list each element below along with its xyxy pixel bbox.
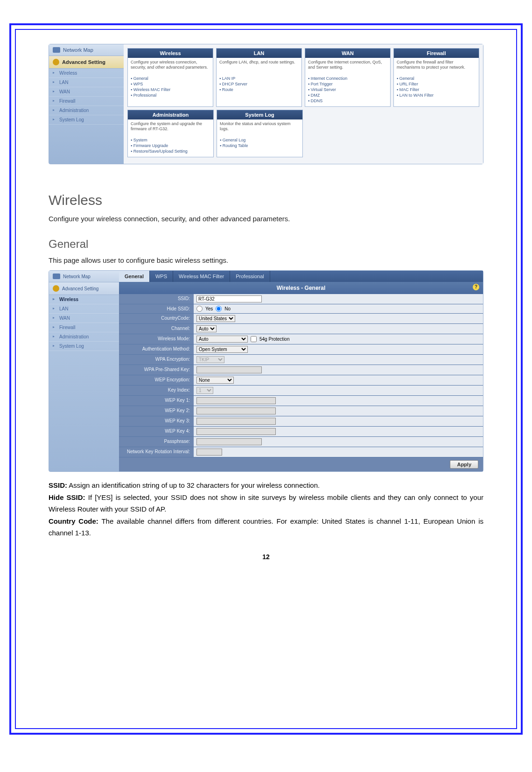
channel-label: Channel:: [119, 324, 194, 334]
wep-key-1-input: [196, 397, 276, 404]
sidebar-item-wan[interactable]: WAN: [49, 314, 119, 323]
tab-professional[interactable]: Professional: [230, 271, 270, 282]
rotation-interval-input: [196, 449, 222, 456]
general-heading: General: [49, 238, 483, 251]
hide-ssid-label: Hide SSID:: [119, 304, 194, 313]
category-grid: WirelessConfigure your wireless connecti…: [124, 44, 483, 164]
category-link[interactable]: General: [131, 76, 210, 81]
sidebar-advanced-setting[interactable]: Advanced Setting: [49, 56, 124, 69]
auth-method-select[interactable]: Open System: [196, 346, 248, 353]
ssid-desc-text: Assign an identification string of up to…: [67, 481, 320, 489]
country-code-select[interactable]: United States: [196, 315, 235, 322]
category-link[interactable]: Wireless MAC Filter: [131, 87, 210, 92]
category-link[interactable]: Restore/Save/Upload Setting: [131, 148, 210, 154]
category-description: Configure your wireless connection, secu…: [128, 58, 213, 75]
sidebar-item-lan[interactable]: LAN: [49, 304, 119, 314]
category-link[interactable]: Routing Table: [220, 143, 300, 148]
sidebar: Network Map Advanced Setting Wireless LA…: [49, 271, 119, 471]
hide-ssid-no-radio[interactable]: [216, 306, 222, 312]
wireless-description: Configure your wireless connection, secu…: [49, 214, 483, 225]
category-link[interactable]: General: [397, 76, 476, 81]
wep-key-2-label: WEP Key 2:: [119, 406, 194, 416]
key-index-select: 1: [196, 387, 213, 394]
passphrase-label: Passphrase:: [119, 437, 194, 447]
sidebar-item-lan[interactable]: LAN: [49, 78, 124, 87]
page-number: 12: [49, 553, 483, 561]
category-title: WAN: [305, 49, 390, 58]
wpa-encryption-label: WPA Encryption:: [119, 355, 194, 365]
category-card: System LogMonitor the status and various…: [217, 110, 303, 157]
category-link[interactable]: Route: [219, 87, 299, 92]
sidebar-advanced-setting[interactable]: Advanced Setting: [49, 282, 119, 295]
general-description: This page allows user to configure basic…: [49, 255, 483, 266]
sidebar-label: Network Map: [63, 47, 93, 53]
wireless-mode-select[interactable]: Auto: [196, 336, 248, 343]
category-link[interactable]: Internet Connection: [308, 76, 387, 81]
network-map-icon: [53, 47, 60, 53]
wep-key-3-input: [196, 418, 276, 425]
tab-wps[interactable]: WPS: [150, 271, 173, 282]
sidebar-network-map[interactable]: Network Map: [49, 44, 124, 56]
category-link[interactable]: System: [131, 137, 210, 143]
sidebar-item-system-log[interactable]: System Log: [49, 342, 119, 351]
category-description: Configure the Internet connection, QoS, …: [305, 58, 390, 75]
category-link[interactable]: DHCP Server: [219, 81, 299, 87]
category-link[interactable]: LAN IP: [219, 76, 299, 81]
category-link[interactable]: LAN to WAN Filter: [397, 92, 476, 98]
category-title: LAN: [217, 49, 301, 58]
54g-protection-label: 54g Protection: [259, 337, 290, 342]
apply-button[interactable]: Apply: [450, 460, 478, 469]
category-link[interactable]: URL Filter: [397, 81, 476, 87]
tab-general[interactable]: General: [119, 271, 150, 282]
sidebar-item-wan[interactable]: WAN: [49, 87, 124, 97]
category-link[interactable]: WPS: [131, 81, 210, 87]
hide-ssid-desc-text: If [YES] is selected, your SSID does not…: [49, 493, 483, 513]
wireless-general-screenshot: Network Map Advanced Setting Wireless LA…: [49, 270, 483, 472]
sidebar-item-wireless[interactable]: Wireless: [49, 69, 124, 78]
category-link[interactable]: Professional: [131, 92, 210, 98]
wep-key-2-input: [196, 407, 276, 414]
wep-encryption-select[interactable]: None: [196, 377, 234, 384]
ssid-desc-label: SSID:: [49, 481, 67, 489]
ssid-input[interactable]: [196, 295, 262, 302]
sidebar-item-wireless[interactable]: Wireless: [49, 295, 119, 304]
advanced-setting-overview-screenshot: Network Map Advanced Setting Wireless LA…: [49, 44, 483, 164]
key-index-label: Key Index:: [119, 386, 194, 395]
network-map-icon: [53, 274, 60, 279]
panel-title: Wireless - General ?: [119, 282, 483, 294]
wpa-encryption-select: TKIP: [196, 356, 224, 363]
category-link[interactable]: DMZ: [308, 92, 387, 98]
wep-key-3-label: WEP Key 3:: [119, 416, 194, 426]
sidebar-item-administration[interactable]: Administration: [49, 106, 124, 115]
category-links: GeneralWPSWireless MAC FilterProfessiona…: [128, 75, 213, 101]
help-icon[interactable]: ?: [473, 284, 479, 290]
category-link[interactable]: Port Trigger: [308, 81, 387, 87]
hide-ssid-yes-radio[interactable]: [196, 306, 203, 312]
wireless-heading: Wireless: [49, 192, 483, 208]
sidebar-item-system-log[interactable]: System Log: [49, 115, 124, 125]
country-code-label: CountryCode:: [119, 314, 194, 323]
category-title: Firewall: [394, 49, 479, 58]
category-link[interactable]: Virtual Server: [308, 87, 387, 92]
54g-protection-checkbox[interactable]: [251, 336, 257, 342]
wep-key-4-input: [196, 428, 276, 435]
rotation-interval-label: Network Key Rotation Interval:: [119, 447, 194, 457]
sidebar-item-firewall[interactable]: Firewall: [49, 323, 119, 332]
category-link[interactable]: Firmware Upgrade: [131, 143, 210, 148]
category-description: Monitor the status and various system lo…: [217, 119, 302, 136]
sidebar-item-firewall[interactable]: Firewall: [49, 97, 124, 106]
tab-wireless-mac-filter[interactable]: Wireless MAC Filter: [173, 271, 230, 282]
category-link[interactable]: DDNS: [308, 98, 387, 104]
category-link[interactable]: General Log: [220, 137, 300, 143]
category-description: Configure the firewall and filter mechan…: [394, 58, 479, 75]
sidebar-network-map[interactable]: Network Map: [49, 271, 119, 282]
category-links: Internet ConnectionPort TriggerVirtual S…: [305, 75, 390, 106]
category-card: LANConfigure LAN, dhcp, and route settin…: [216, 48, 302, 107]
category-link[interactable]: MAC Filter: [397, 87, 476, 92]
hide-ssid-radio-group: Yes No: [196, 306, 231, 312]
sidebar-item-administration[interactable]: Administration: [49, 332, 119, 342]
channel-select[interactable]: Auto: [196, 325, 217, 332]
category-links: LAN IPDHCP ServerRoute: [217, 75, 301, 95]
sidebar: Network Map Advanced Setting Wireless LA…: [49, 44, 124, 164]
category-title: Administration: [128, 110, 213, 119]
